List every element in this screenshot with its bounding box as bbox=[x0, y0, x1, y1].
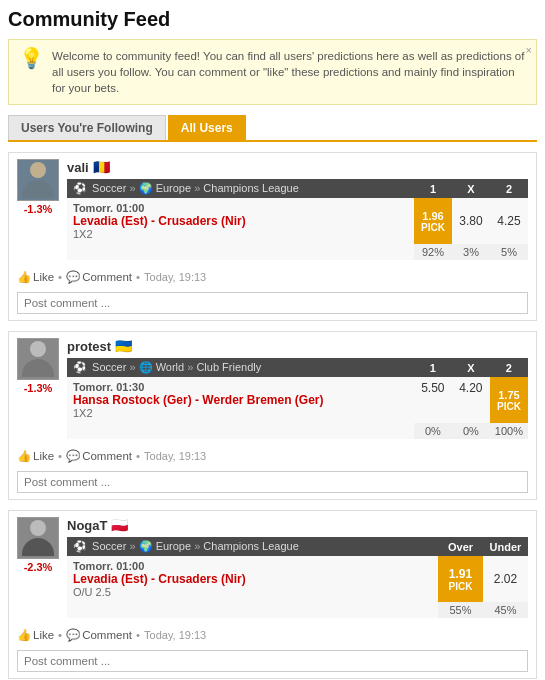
arrow-3b: » bbox=[194, 540, 203, 552]
comment-input-3[interactable] bbox=[17, 650, 528, 672]
odds-pick-2-2: 1.75 PICK bbox=[490, 377, 528, 423]
pct-label-3: -2.3% bbox=[24, 561, 53, 573]
pct-label-2: -1.3% bbox=[24, 382, 53, 394]
user-name-1: vali bbox=[67, 160, 89, 175]
comment-input-2[interactable] bbox=[17, 471, 528, 493]
bet-table-1: ⚽ Soccer » 🌍 Europe » Champions League 1… bbox=[67, 179, 528, 260]
pick-label-1-0: PICK bbox=[420, 222, 446, 233]
pct-row-2: 0% 0% 100% bbox=[67, 423, 528, 439]
pct-3-over: 55% bbox=[438, 602, 483, 618]
bet-cat-row-3: ⚽ Soccer » 🌍 Europe » Champions League O… bbox=[67, 537, 528, 556]
odds-over-3: 1.91 PICK bbox=[438, 556, 483, 602]
globe-icon-3: 🌍 bbox=[139, 540, 153, 552]
action-time-3: Today, 19:13 bbox=[144, 629, 206, 641]
comment-input-1[interactable] bbox=[17, 292, 528, 314]
arrow-1b: » bbox=[194, 182, 203, 194]
avatar-wrap-2: -1.3% bbox=[17, 338, 59, 394]
avatar-wrap-1: -1.3% bbox=[17, 159, 59, 215]
odds-over-val-3: 1.91 bbox=[443, 567, 478, 581]
comment-input-wrap-2 bbox=[9, 467, 536, 499]
globe-icon-1: 🌍 bbox=[139, 182, 153, 194]
feed-item-3: -2.3% NogaT 🇵🇱 ⚽ Soccer » 🌍 Europe bbox=[8, 510, 537, 679]
pct-1-x: 3% bbox=[452, 244, 490, 260]
action-time-1: Today, 19:13 bbox=[144, 271, 206, 283]
bet-info-row-2: Tomorr. 01:30 Hansa Rostock (Ger) - Werd… bbox=[67, 377, 528, 423]
action-time-2: Today, 19:13 bbox=[144, 450, 206, 462]
arrow-1a: » bbox=[129, 182, 138, 194]
cat-soccer-2: Soccer bbox=[92, 361, 126, 373]
comment-button-3[interactable]: 💬 Comment bbox=[66, 628, 132, 642]
user-name-row-1: vali 🇷🇴 bbox=[67, 159, 528, 175]
tabs: Users You're Following All Users bbox=[8, 115, 537, 142]
avatar-3 bbox=[17, 517, 59, 559]
user-name-2: protest bbox=[67, 339, 111, 354]
pct-1-0: 92% bbox=[414, 244, 452, 260]
feed-user-block-2: protest 🇺🇦 ⚽ Soccer » 🌐 World » Club Fri… bbox=[67, 338, 528, 439]
bet-type-3: O/U 2.5 bbox=[73, 586, 111, 598]
tab-following[interactable]: Users You're Following bbox=[8, 115, 166, 140]
feed-header-3: -2.3% NogaT 🇵🇱 ⚽ Soccer » 🌍 Europe bbox=[9, 511, 536, 624]
bet-time-3: Tomorr. 01:00 bbox=[73, 560, 144, 572]
bet-match-3: Levadia (Est) - Crusaders (Nir) bbox=[73, 572, 246, 586]
pct-1-2: 5% bbox=[490, 244, 528, 260]
cat-region-3: Europe bbox=[156, 540, 191, 552]
odds-val-1-0: 1.96 bbox=[420, 210, 446, 222]
bet-match-2: Hansa Rostock (Ger) - Werder Bremen (Ger… bbox=[73, 393, 324, 407]
soccer-icon-1: ⚽ bbox=[73, 182, 87, 194]
action-row-3: 👍 Like • 💬 Comment • Today, 19:13 bbox=[9, 624, 536, 646]
bet-type-1: 1X2 bbox=[73, 228, 93, 240]
bet-match-1: Levadia (Est) - Crusaders (Nir) bbox=[73, 214, 246, 228]
col2-header-1: 2 bbox=[490, 179, 528, 198]
page-wrapper: Community Feed 💡 Welcome to community fe… bbox=[0, 0, 545, 680]
like-button-1[interactable]: 👍 Like bbox=[17, 270, 54, 284]
like-button-2[interactable]: 👍 Like bbox=[17, 449, 54, 463]
comment-input-wrap-1 bbox=[9, 288, 536, 320]
pct-2-2: 100% bbox=[490, 423, 528, 439]
pct-row-3: 55% 45% bbox=[67, 602, 528, 618]
bet-cat-row-2: ⚽ Soccer » 🌐 World » Club Friendly 1 X 2 bbox=[67, 358, 528, 377]
cat-comp-3: Champions League bbox=[203, 540, 298, 552]
user-name-3: NogaT bbox=[67, 518, 107, 533]
feed-item-2: -1.3% protest 🇺🇦 ⚽ Soccer » 🌐 World bbox=[8, 331, 537, 500]
bet-info-row-1: Tomorr. 01:00 Levadia (Est) - Crusaders … bbox=[67, 198, 528, 244]
info-text: Welcome to community feed! You can find … bbox=[52, 48, 526, 96]
avatar-wrap-3: -2.3% bbox=[17, 517, 59, 573]
over-header-3: Over bbox=[438, 537, 483, 556]
flag-2: 🇺🇦 bbox=[115, 338, 132, 354]
pct-label-1: -1.3% bbox=[24, 203, 53, 215]
tab-all-users[interactable]: All Users bbox=[168, 115, 246, 140]
cat-soccer-1: Soccer bbox=[92, 182, 126, 194]
odds-val-2-2: 1.75 bbox=[496, 389, 522, 401]
bet-cat-row-1: ⚽ Soccer » 🌍 Europe » Champions League 1… bbox=[67, 179, 528, 198]
odds-under-3: 2.02 bbox=[483, 556, 528, 602]
pct-2-x: 0% bbox=[452, 423, 490, 439]
cat-region-1: Europe bbox=[156, 182, 191, 194]
avatar-2 bbox=[17, 338, 59, 380]
info-box: 💡 Welcome to community feed! You can fin… bbox=[8, 39, 537, 105]
cat-comp-1: Champions League bbox=[203, 182, 298, 194]
colx-header-1: X bbox=[452, 179, 490, 198]
feed-user-block-1: vali 🇷🇴 ⚽ Soccer » 🌍 Europe » Champions … bbox=[67, 159, 528, 260]
bet-type-2: 1X2 bbox=[73, 407, 93, 419]
comment-button-2[interactable]: 💬 Comment bbox=[66, 449, 132, 463]
arrow-3a: » bbox=[129, 540, 138, 552]
close-icon[interactable]: × bbox=[526, 44, 532, 56]
cat-region-2: World bbox=[156, 361, 185, 373]
col2-header-2: 2 bbox=[490, 358, 528, 377]
user-name-row-3: NogaT 🇵🇱 bbox=[67, 517, 528, 533]
bet-time-2: Tomorr. 01:30 bbox=[73, 381, 144, 393]
odds-1-x: 3.80 bbox=[452, 198, 490, 244]
pick-label-3-over: PICK bbox=[443, 581, 478, 592]
pick-label-2-2: PICK bbox=[496, 401, 522, 412]
page-title: Community Feed bbox=[8, 8, 537, 31]
feed-user-block-3: NogaT 🇵🇱 ⚽ Soccer » 🌍 Europe » Champions… bbox=[67, 517, 528, 618]
under-header-3: Under bbox=[483, 537, 528, 556]
globe-icon-2: 🌐 bbox=[139, 361, 153, 373]
like-button-3[interactable]: 👍 Like bbox=[17, 628, 54, 642]
bet-table-3: ⚽ Soccer » 🌍 Europe » Champions League O… bbox=[67, 537, 528, 618]
user-name-row-2: protest 🇺🇦 bbox=[67, 338, 528, 354]
comment-button-1[interactable]: 💬 Comment bbox=[66, 270, 132, 284]
arrow-2a: » bbox=[129, 361, 138, 373]
avatar-1 bbox=[17, 159, 59, 201]
pct-3-under: 45% bbox=[483, 602, 528, 618]
